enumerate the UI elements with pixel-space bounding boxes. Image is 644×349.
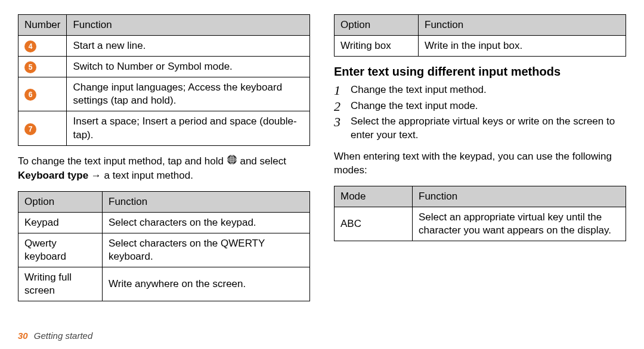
text-fragment: → a text input method.: [88, 170, 193, 181]
table-row: Option Function: [335, 15, 626, 36]
cell-function: Select an appropriate virtual key until …: [413, 207, 626, 241]
globe-icon: [227, 154, 237, 169]
step-badge-5: 5: [24, 61, 36, 73]
cell-mode: ABC: [335, 207, 413, 241]
table-header-function: Function: [413, 186, 626, 207]
table-mode-function: Mode Function ABC Select an appropriate …: [334, 186, 626, 241]
list-item: Change the text input mode.: [334, 99, 626, 113]
table-row: Keypad Select characters on the keypad.: [18, 212, 310, 233]
left-column: Number Function 4 Start a new line. 5 Sw…: [18, 14, 310, 349]
table-row: 4 Start a new line.: [18, 36, 310, 57]
list-item: Select the appropriate virtual keys or w…: [334, 115, 626, 142]
table-row: 6 Change input languages; Access the key…: [18, 77, 310, 111]
step-badge-6: 6: [24, 89, 36, 101]
cell-function: Change input languages; Access the keybo…: [67, 77, 310, 111]
table-header-function: Function: [67, 15, 310, 36]
step-badge-7: 7: [24, 123, 36, 135]
table-row: ABC Select an appropriate virtual key un…: [335, 207, 626, 241]
table-header-option: Option: [18, 191, 103, 212]
table-header-function: Function: [103, 191, 310, 212]
paragraph-keypad-modes: When entering text with the keypad, you …: [334, 150, 626, 177]
list-item: Change the text input method.: [334, 83, 626, 96]
table-header-number: Number: [18, 15, 67, 36]
cell-function: Write anywhere on the screen.: [103, 267, 310, 301]
table-header-option: Option: [335, 15, 419, 36]
cell-function: Write in the input box.: [419, 36, 626, 57]
table-row: Writing box Write in the input box.: [335, 36, 626, 57]
page-footer: 30 Getting started: [18, 331, 92, 341]
table-option-function-right: Option Function Writing box Write in the…: [334, 14, 626, 57]
section-title: Getting started: [34, 331, 92, 341]
table-row: 5 Switch to Number or Symbol mode.: [18, 57, 310, 77]
table-number-function: Number Function 4 Start a new line. 5 Sw…: [18, 14, 310, 146]
table-row: Mode Function: [335, 186, 626, 207]
table-header-mode: Mode: [335, 186, 413, 207]
text-bold-keyboard-type: Keyboard type: [18, 170, 88, 181]
table-option-function-left: Option Function Keypad Select characters…: [18, 191, 310, 302]
step-badge-4: 4: [24, 40, 36, 52]
cell-function: Insert a space; Insert a period and spac…: [67, 111, 310, 145]
table-row: Writing full screen Write anywhere on th…: [18, 267, 310, 301]
text-fragment: To change the text input method, tap and…: [18, 155, 227, 167]
table-row: Option Function: [18, 191, 310, 212]
text-fragment: and select: [237, 155, 286, 167]
cell-function: Select characters on the keypad.: [103, 212, 310, 233]
paragraph-change-method: To change the text input method, tap and…: [18, 154, 310, 183]
cell-option: Keypad: [18, 212, 103, 233]
right-column: Option Function Writing box Write in the…: [334, 14, 626, 349]
table-header-function: Function: [419, 15, 626, 36]
cell-function: Select characters on the QWERTY keyboard…: [103, 233, 310, 267]
table-row: 7 Insert a space; Insert a period and sp…: [18, 111, 310, 145]
page-number: 30: [18, 331, 28, 341]
cell-option: Writing full screen: [18, 267, 103, 301]
cell-option: Qwerty keyboard: [18, 233, 103, 267]
cell-function: Start a new line.: [67, 36, 310, 57]
steps-list: Change the text input method. Change the…: [334, 83, 626, 142]
heading-enter-text: Enter text using different input methods: [334, 65, 626, 79]
table-row: Number Function: [18, 15, 310, 36]
cell-function: Switch to Number or Symbol mode.: [67, 57, 310, 77]
page: Number Function 4 Start a new line. 5 Sw…: [0, 0, 644, 349]
cell-option: Writing box: [335, 36, 419, 57]
table-row: Qwerty keyboard Select characters on the…: [18, 233, 310, 267]
